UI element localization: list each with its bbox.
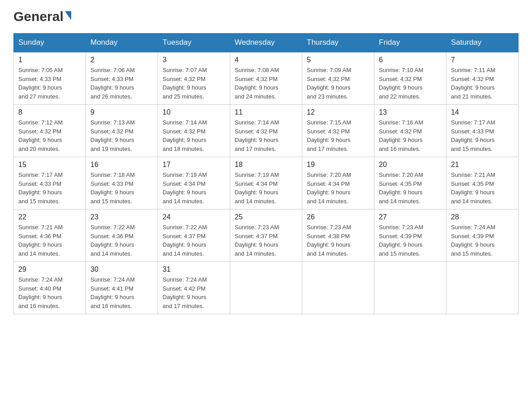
day-info: Sunrise: 7:10 AMSunset: 4:32 PMDaylight:… xyxy=(379,66,442,101)
calendar-cell: 12Sunrise: 7:15 AMSunset: 4:32 PMDayligh… xyxy=(302,105,374,157)
calendar-body: 1Sunrise: 7:05 AMSunset: 4:33 PMDaylight… xyxy=(14,52,519,314)
header-thursday: Thursday xyxy=(302,34,374,52)
calendar-cell: 30Sunrise: 7:24 AMSunset: 4:41 PMDayligh… xyxy=(86,262,158,314)
day-number: 22 xyxy=(18,213,81,221)
day-number: 30 xyxy=(90,265,153,274)
calendar-cell: 25Sunrise: 7:23 AMSunset: 4:37 PMDayligh… xyxy=(230,210,302,262)
calendar-cell: 10Sunrise: 7:14 AMSunset: 4:32 PMDayligh… xyxy=(158,105,230,157)
day-number: 7 xyxy=(451,56,514,64)
calendar-cell: 21Sunrise: 7:21 AMSunset: 4:35 PMDayligh… xyxy=(446,157,519,210)
day-info: Sunrise: 7:20 AMSunset: 4:34 PMDaylight:… xyxy=(307,171,369,206)
calendar-cell: 20Sunrise: 7:20 AMSunset: 4:35 PMDayligh… xyxy=(374,157,446,210)
day-number: 10 xyxy=(163,108,225,116)
day-info: Sunrise: 7:24 AMSunset: 4:41 PMDaylight:… xyxy=(90,275,153,310)
day-info: Sunrise: 7:19 AMSunset: 4:34 PMDaylight:… xyxy=(163,171,225,206)
day-info: Sunrise: 7:14 AMSunset: 4:32 PMDaylight:… xyxy=(235,118,297,153)
logo-general-text: General xyxy=(13,9,64,24)
week-row-3: 15Sunrise: 7:17 AMSunset: 4:33 PMDayligh… xyxy=(14,157,519,210)
day-info: Sunrise: 7:17 AMSunset: 4:33 PMDaylight:… xyxy=(451,118,514,153)
day-info: Sunrise: 7:15 AMSunset: 4:32 PMDaylight:… xyxy=(307,118,369,153)
day-info: Sunrise: 7:24 AMSunset: 4:39 PMDaylight:… xyxy=(451,223,514,258)
day-number: 6 xyxy=(379,56,442,64)
day-number: 25 xyxy=(235,213,297,221)
week-row-5: 29Sunrise: 7:24 AMSunset: 4:40 PMDayligh… xyxy=(14,262,519,314)
week-row-1: 1Sunrise: 7:05 AMSunset: 4:33 PMDaylight… xyxy=(14,52,519,105)
day-number: 9 xyxy=(90,108,153,116)
day-number: 26 xyxy=(307,213,369,221)
day-number: 14 xyxy=(451,108,514,116)
day-number: 18 xyxy=(235,161,297,169)
day-info: Sunrise: 7:23 AMSunset: 4:39 PMDaylight:… xyxy=(379,223,442,258)
day-number: 4 xyxy=(235,56,297,64)
calendar-cell: 23Sunrise: 7:22 AMSunset: 4:36 PMDayligh… xyxy=(86,210,158,262)
day-number: 19 xyxy=(307,161,369,169)
day-number: 20 xyxy=(379,161,442,169)
week-row-4: 22Sunrise: 7:21 AMSunset: 4:36 PMDayligh… xyxy=(14,210,519,262)
calendar-cell: 7Sunrise: 7:11 AMSunset: 4:32 PMDaylight… xyxy=(446,52,519,105)
calendar-cell: 11Sunrise: 7:14 AMSunset: 4:32 PMDayligh… xyxy=(230,105,302,157)
day-info: Sunrise: 7:19 AMSunset: 4:34 PMDaylight:… xyxy=(235,171,297,206)
day-number: 3 xyxy=(163,56,225,64)
calendar-cell xyxy=(446,262,519,314)
calendar-cell: 27Sunrise: 7:23 AMSunset: 4:39 PMDayligh… xyxy=(374,210,446,262)
logo-arrow-icon xyxy=(65,11,71,20)
day-number: 23 xyxy=(90,213,153,221)
day-number: 12 xyxy=(307,108,369,116)
calendar-header: SundayMondayTuesdayWednesdayThursdayFrid… xyxy=(14,34,519,52)
calendar-cell: 24Sunrise: 7:22 AMSunset: 4:37 PMDayligh… xyxy=(158,210,230,262)
header-wednesday: Wednesday xyxy=(230,34,302,52)
day-number: 5 xyxy=(307,56,369,64)
header-tuesday: Tuesday xyxy=(158,34,230,52)
header-row: SundayMondayTuesdayWednesdayThursdayFrid… xyxy=(14,34,519,52)
day-info: Sunrise: 7:07 AMSunset: 4:32 PMDaylight:… xyxy=(163,66,225,101)
calendar-cell: 17Sunrise: 7:19 AMSunset: 4:34 PMDayligh… xyxy=(158,157,230,210)
header-saturday: Saturday xyxy=(446,34,519,52)
calendar-cell: 8Sunrise: 7:12 AMSunset: 4:32 PMDaylight… xyxy=(14,105,86,157)
calendar-cell: 31Sunrise: 7:24 AMSunset: 4:42 PMDayligh… xyxy=(158,262,230,314)
calendar-cell: 5Sunrise: 7:09 AMSunset: 4:32 PMDaylight… xyxy=(302,52,374,105)
day-number: 17 xyxy=(163,161,225,169)
day-info: Sunrise: 7:24 AMSunset: 4:42 PMDaylight:… xyxy=(163,275,225,310)
calendar-table: SundayMondayTuesdayWednesdayThursdayFrid… xyxy=(13,33,519,314)
day-number: 1 xyxy=(18,56,81,64)
day-info: Sunrise: 7:22 AMSunset: 4:37 PMDaylight:… xyxy=(163,223,225,258)
day-info: Sunrise: 7:20 AMSunset: 4:35 PMDaylight:… xyxy=(379,171,442,206)
calendar-cell xyxy=(230,262,302,314)
day-number: 28 xyxy=(451,213,514,221)
day-info: Sunrise: 7:06 AMSunset: 4:33 PMDaylight:… xyxy=(90,66,153,101)
day-info: Sunrise: 7:12 AMSunset: 4:32 PMDaylight:… xyxy=(18,118,81,153)
calendar-cell: 18Sunrise: 7:19 AMSunset: 4:34 PMDayligh… xyxy=(230,157,302,210)
calendar-cell: 16Sunrise: 7:18 AMSunset: 4:33 PMDayligh… xyxy=(86,157,158,210)
calendar-cell: 19Sunrise: 7:20 AMSunset: 4:34 PMDayligh… xyxy=(302,157,374,210)
day-info: Sunrise: 7:08 AMSunset: 4:32 PMDaylight:… xyxy=(235,66,297,101)
calendar-cell: 29Sunrise: 7:24 AMSunset: 4:40 PMDayligh… xyxy=(14,262,86,314)
calendar-cell: 1Sunrise: 7:05 AMSunset: 4:33 PMDaylight… xyxy=(14,52,86,105)
day-info: Sunrise: 7:17 AMSunset: 4:33 PMDaylight:… xyxy=(18,171,81,206)
day-info: Sunrise: 7:16 AMSunset: 4:32 PMDaylight:… xyxy=(379,118,442,153)
day-number: 11 xyxy=(235,108,297,116)
day-info: Sunrise: 7:13 AMSunset: 4:32 PMDaylight:… xyxy=(90,118,153,153)
day-number: 15 xyxy=(18,161,81,169)
day-number: 8 xyxy=(18,108,81,116)
calendar-cell: 15Sunrise: 7:17 AMSunset: 4:33 PMDayligh… xyxy=(14,157,86,210)
calendar-cell: 14Sunrise: 7:17 AMSunset: 4:33 PMDayligh… xyxy=(446,105,519,157)
week-row-2: 8Sunrise: 7:12 AMSunset: 4:32 PMDaylight… xyxy=(14,105,519,157)
calendar-cell: 28Sunrise: 7:24 AMSunset: 4:39 PMDayligh… xyxy=(446,210,519,262)
header-sunday: Sunday xyxy=(14,34,86,52)
calendar-cell: 3Sunrise: 7:07 AMSunset: 4:32 PMDaylight… xyxy=(158,52,230,105)
day-info: Sunrise: 7:23 AMSunset: 4:38 PMDaylight:… xyxy=(307,223,369,258)
calendar-cell: 2Sunrise: 7:06 AMSunset: 4:33 PMDaylight… xyxy=(86,52,158,105)
header-monday: Monday xyxy=(86,34,158,52)
day-number: 27 xyxy=(379,213,442,221)
calendar-cell: 6Sunrise: 7:10 AMSunset: 4:32 PMDaylight… xyxy=(374,52,446,105)
day-info: Sunrise: 7:05 AMSunset: 4:33 PMDaylight:… xyxy=(18,66,81,101)
calendar-cell: 4Sunrise: 7:08 AMSunset: 4:32 PMDaylight… xyxy=(230,52,302,105)
day-info: Sunrise: 7:21 AMSunset: 4:36 PMDaylight:… xyxy=(18,223,81,258)
page-header: General xyxy=(13,9,519,24)
day-number: 21 xyxy=(451,161,514,169)
day-info: Sunrise: 7:21 AMSunset: 4:35 PMDaylight:… xyxy=(451,171,514,206)
day-number: 2 xyxy=(90,56,153,64)
calendar-cell: 13Sunrise: 7:16 AMSunset: 4:32 PMDayligh… xyxy=(374,105,446,157)
day-info: Sunrise: 7:24 AMSunset: 4:40 PMDaylight:… xyxy=(18,275,81,310)
calendar-cell: 9Sunrise: 7:13 AMSunset: 4:32 PMDaylight… xyxy=(86,105,158,157)
